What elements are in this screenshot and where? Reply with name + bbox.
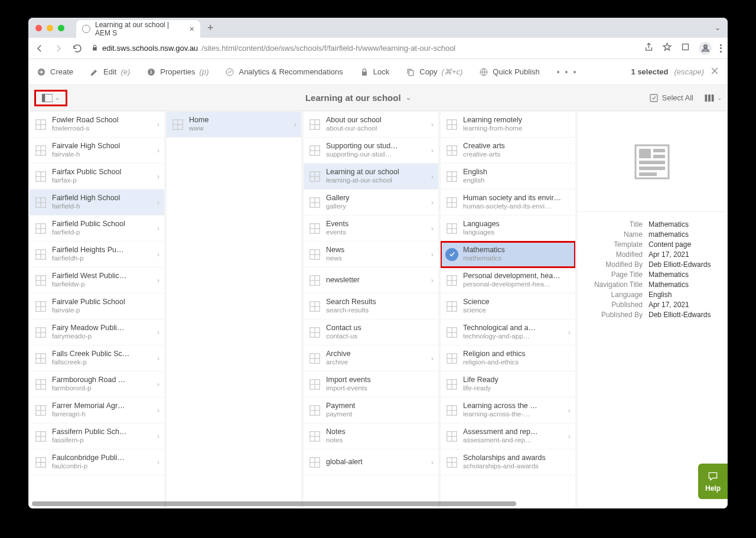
list-item[interactable]: Mathematicsmathematics bbox=[441, 242, 575, 268]
new-tab-button[interactable]: + bbox=[207, 22, 214, 34]
list-item[interactable]: Eventsevents› bbox=[304, 216, 438, 242]
list-item[interactable]: newsletter› bbox=[304, 268, 438, 294]
item-title: Notes bbox=[326, 428, 434, 436]
list-item[interactable]: Learning remotelylearning-from-home bbox=[441, 112, 575, 138]
close-window-icon[interactable] bbox=[35, 25, 42, 31]
select-all-button[interactable]: Select All bbox=[649, 93, 693, 103]
list-item[interactable]: Learning at our schoollearning-at-our-sc… bbox=[304, 164, 438, 190]
page-icon bbox=[171, 118, 184, 131]
column-schools[interactable]: Fowler Road Schoolfowlerroad-s›Fairvale … bbox=[30, 112, 164, 508]
list-item[interactable]: Fairfax Public Schoolfairfax-p› bbox=[30, 164, 164, 190]
page-icon bbox=[445, 404, 458, 417]
tab-strip: Learning at our school | AEM S × + ⌄ bbox=[28, 18, 728, 38]
property-value: Apr 17, 2021 bbox=[649, 301, 716, 309]
page-title[interactable]: Learning at our school ⌄ bbox=[305, 93, 411, 103]
copy-button[interactable]: Copy(⌘+c) bbox=[406, 67, 462, 77]
list-item[interactable]: Fairvale Public Schoolfairvale-p bbox=[30, 294, 164, 319]
item-title: global-alert bbox=[326, 458, 426, 467]
chevron-right-icon: › bbox=[568, 432, 571, 441]
list-item[interactable]: Sciencescience bbox=[441, 294, 575, 319]
analytics-button[interactable]: Analytics & Recommendations bbox=[225, 67, 343, 77]
help-button[interactable]: Help bbox=[698, 464, 728, 499]
page-icon bbox=[308, 326, 321, 339]
list-item[interactable]: Englishenglish bbox=[441, 164, 575, 190]
chevron-right-icon: › bbox=[157, 276, 159, 285]
tabs-chevron-icon[interactable]: ⌄ bbox=[715, 24, 721, 32]
list-item[interactable]: Contact uscontact-us bbox=[304, 319, 438, 345]
chevron-right-icon: › bbox=[157, 328, 159, 337]
list-item[interactable]: Paymentpayment bbox=[304, 397, 438, 423]
list-item[interactable]: Languageslanguages bbox=[441, 216, 575, 242]
list-item[interactable]: Newsnews› bbox=[304, 242, 438, 268]
back-button[interactable] bbox=[34, 43, 45, 54]
lock-button[interactable]: Lock bbox=[360, 67, 389, 77]
page-icon bbox=[308, 300, 321, 313]
svg-rect-146 bbox=[639, 172, 657, 176]
list-item[interactable]: Gallerygallery› bbox=[304, 190, 438, 216]
list-item[interactable]: Homewww› bbox=[167, 112, 301, 138]
list-item[interactable]: Falls Creek Public Sc…fallscreek-p› bbox=[30, 345, 164, 371]
create-button[interactable]: Create bbox=[37, 67, 73, 77]
list-item[interactable]: Fowler Road Schoolfowlerroad-s› bbox=[30, 112, 164, 138]
reload-button[interactable] bbox=[72, 43, 83, 54]
column-subjects[interactable]: Learning remotelylearning-from-homeCreat… bbox=[441, 112, 575, 508]
page-icon bbox=[445, 222, 458, 235]
list-item[interactable]: Human society and its envir…human-societ… bbox=[441, 190, 575, 216]
list-item[interactable]: Fairy Meadow Publi…fairymeado-p› bbox=[30, 319, 164, 345]
list-item[interactable]: global-alert› bbox=[304, 449, 438, 475]
more-actions-button[interactable] bbox=[556, 71, 577, 73]
list-item[interactable]: Supporting our stud…supporting-our-stud…… bbox=[304, 138, 438, 164]
column-site[interactable]: Homewww› bbox=[167, 112, 301, 508]
list-item[interactable]: Assessment and rep…assessment-and-rep…› bbox=[441, 423, 575, 449]
list-item[interactable]: Fairfield West Public…fairfieldw-p› bbox=[30, 268, 164, 294]
bookmark-icon[interactable] bbox=[662, 42, 672, 54]
column-sections[interactable]: About our schoolabout-our-school›Support… bbox=[304, 112, 438, 508]
item-name: fairvale-p bbox=[52, 307, 159, 315]
edit-button[interactable]: Edit(e) bbox=[90, 67, 130, 77]
view-switcher[interactable]: ⌄ bbox=[704, 93, 722, 103]
profile-avatar[interactable] bbox=[699, 42, 712, 55]
maximize-window-icon[interactable] bbox=[58, 25, 64, 31]
properties-button[interactable]: iProperties(p) bbox=[146, 67, 208, 77]
list-item[interactable]: Faulconbridge Publi…faulconbri-p› bbox=[30, 449, 164, 475]
list-item[interactable]: Creative artscreative-arts bbox=[441, 138, 575, 164]
list-item[interactable]: Fairfield High Schoolfairfield-h› bbox=[30, 190, 164, 216]
item-name: farmborord-p bbox=[52, 384, 152, 393]
item-title: Scholarships and awards bbox=[463, 454, 571, 462]
list-item[interactable]: Technological and a…technology-and-app…› bbox=[441, 319, 575, 345]
list-item[interactable]: Farrer Memorial Agr…farreragri-h› bbox=[30, 397, 164, 423]
url-field[interactable]: edit.sws.schools.nsw.gov.au/sites.html/c… bbox=[91, 44, 636, 53]
list-item[interactable]: Farmborough Road …farmborord-p› bbox=[30, 371, 164, 397]
tab-title: Learning at our school | AEM S bbox=[95, 21, 185, 37]
list-item[interactable]: Notesnotes bbox=[304, 423, 438, 449]
close-selection-button[interactable] bbox=[710, 66, 719, 77]
rail-toggle-button[interactable]: ⌄ bbox=[34, 90, 67, 106]
share-icon[interactable] bbox=[644, 42, 654, 54]
browser-menu-icon[interactable] bbox=[720, 44, 722, 53]
list-item[interactable]: Fairfield Heights Pu…fairfieldh-p› bbox=[30, 242, 164, 268]
list-item[interactable]: Religion and ethicsreligion-and-ethics bbox=[441, 345, 575, 371]
chevron-down-icon: ⌄ bbox=[717, 94, 722, 101]
list-item[interactable]: Archivearchive› bbox=[304, 345, 438, 371]
page-icon bbox=[34, 196, 47, 209]
list-item[interactable]: Import eventsimport-events bbox=[304, 371, 438, 397]
forward-button[interactable] bbox=[53, 43, 64, 54]
chevron-right-icon: › bbox=[157, 458, 159, 467]
svg-rect-143 bbox=[653, 155, 665, 158]
browser-tab[interactable]: Learning at our school | AEM S × bbox=[76, 20, 200, 38]
property-key: Template bbox=[588, 240, 643, 249]
list-item[interactable]: Search Resultssearch-results bbox=[304, 294, 438, 319]
quick-publish-button[interactable]: Quick Publish bbox=[479, 67, 539, 77]
extensions-icon[interactable] bbox=[680, 42, 690, 54]
item-name: events bbox=[326, 229, 426, 237]
list-item[interactable]: Fairvale High Schoolfairvale-h› bbox=[30, 138, 164, 164]
close-tab-icon[interactable]: × bbox=[190, 24, 194, 34]
list-item[interactable]: Learning across the …learning-across-the… bbox=[441, 397, 575, 423]
list-item[interactable]: Fassifern Public Sch…fassifern-p› bbox=[30, 423, 164, 449]
list-item[interactable]: Life Readylife-ready bbox=[441, 371, 575, 397]
list-item[interactable]: Scholarships and awardsscholarships-and-… bbox=[441, 449, 575, 475]
list-item[interactable]: About our schoolabout-our-school› bbox=[304, 112, 438, 138]
minimize-window-icon[interactable] bbox=[47, 25, 53, 31]
list-item[interactable]: Personal development, hea…personal-devel… bbox=[441, 268, 575, 294]
list-item[interactable]: Fairfield Public Schoolfairfield-p› bbox=[30, 216, 164, 242]
